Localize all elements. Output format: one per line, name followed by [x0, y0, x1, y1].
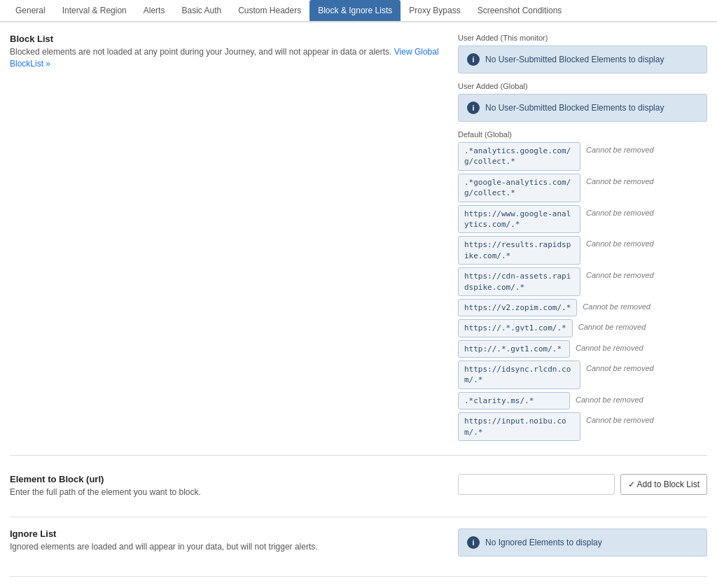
block-item-row: https://.*.gvt1.com/.*Cannot be removed [458, 319, 707, 337]
nav-tabs: GeneralInterval & RegionAlertsBasic Auth… [0, 0, 717, 22]
ignore-list-section: Ignore List Ignored elements are loaded … [10, 528, 707, 565]
block-item-row: https://cdn-assets.rapidspike.com/.*Cann… [458, 267, 707, 296]
block-item-tag: https://results.rapidspike.com/.* [458, 236, 580, 265]
user-added-this-monitor-empty: i No User-Submitted Blocked Elements to … [458, 46, 707, 74]
nav-tab-proxy-bypass[interactable]: Proxy Bypass [401, 0, 468, 21]
cannot-remove-label: Cannot be removed [586, 267, 654, 280]
element-to-block-section: Element to Block (url) Enter the full pa… [10, 467, 707, 505]
user-added-this-monitor-label: User Added (This monitor) [458, 34, 707, 42]
info-icon-3: i [467, 536, 480, 549]
block-item-row: https://www.google-analytics.com/.*Canno… [458, 205, 707, 234]
nav-tab-basic-auth[interactable]: Basic Auth [173, 0, 230, 21]
ignore-list-empty: i No Ignored Elements to display [458, 528, 707, 556]
block-item-row: .*analytics.google.com/g/collect.*Cannot… [458, 142, 707, 171]
ignore-input-divider [10, 576, 707, 577]
cannot-remove-label: Cannot be removed [583, 299, 650, 312]
user-added-global-label: User Added (Global) [458, 82, 707, 90]
block-list-desc: Blocked elements are not loaded at any p… [10, 46, 444, 70]
ignore-divider [10, 517, 707, 517]
nav-tab-alerts[interactable]: Alerts [135, 0, 174, 21]
ignore-list-right: i No Ignored Elements to display [458, 528, 707, 565]
block-list-left: Block List Blocked elements are not load… [10, 34, 444, 444]
cannot-remove-label: Cannot be removed [586, 174, 654, 186]
cannot-remove-label: Cannot be removed [586, 360, 654, 373]
block-item-tag: .*clarity.ms/.* [458, 392, 570, 410]
user-added-global-empty: i No User-Submitted Blocked Elements to … [458, 94, 707, 122]
block-list-title: Block List [10, 34, 444, 44]
nav-tab-general[interactable]: General [7, 0, 54, 21]
element-to-block-input[interactable] [458, 474, 615, 495]
default-global-label: Default (Global) [458, 130, 707, 139]
block-item-row: https://v2.zopim.com/.*Cannot be removed [458, 299, 707, 316]
block-item-row: https://input.noibu.com/.*Cannot be remo… [458, 412, 707, 441]
add-to-block-list-button[interactable]: ✓ Add to Block List [620, 474, 707, 495]
block-item-row: https://idsync.rlcdn.com/.*Cannot be rem… [458, 360, 707, 389]
cannot-remove-label: Cannot be removed [586, 205, 654, 218]
element-to-block-desc: Enter the full path of the element you w… [10, 486, 444, 498]
element-to-block-title: Element to Block (url) [10, 474, 444, 484]
cannot-remove-label: Cannot be removed [586, 142, 654, 155]
block-item-tag: https://idsync.rlcdn.com/.* [458, 360, 580, 389]
ignore-list-desc: Ignored elements are loaded and will app… [10, 541, 444, 553]
block-divider [10, 455, 707, 456]
cannot-remove-label: Cannot be removed [586, 236, 654, 248]
cannot-remove-label: Cannot be removed [586, 412, 654, 425]
block-item-tag: .*analytics.google.com/g/collect.* [458, 142, 580, 171]
block-list-right: User Added (This monitor) i No User-Subm… [458, 34, 707, 444]
block-item-tag: https://input.noibu.com/.* [458, 412, 580, 441]
block-item-row: .*clarity.ms/.*Cannot be removed [458, 392, 707, 410]
nav-tab-interval-region[interactable]: Interval & Region [54, 0, 135, 21]
cannot-remove-label: Cannot be removed [576, 340, 643, 353]
nav-tab-screenshot-conditions[interactable]: Screenshot Conditions [469, 0, 571, 21]
info-icon-1: i [467, 53, 480, 66]
block-item-row: .*google-analytics.com/g/collect.*Cannot… [458, 174, 707, 202]
block-item-tag: https://cdn-assets.rapidspike.com/.* [458, 267, 580, 296]
block-item-row: https://results.rapidspike.com/.*Cannot … [458, 236, 707, 265]
block-item-tag: .*google-analytics.com/g/collect.* [458, 174, 580, 202]
nav-tab-block-ignore-lists[interactable]: Block & Ignore Lists [309, 0, 401, 21]
cannot-remove-label: Cannot be removed [578, 319, 646, 332]
ignore-list-title: Ignore List [10, 528, 444, 539]
ignore-list-left: Ignore List Ignored elements are loaded … [10, 528, 444, 565]
block-item-tag: http://.*.gvt1.com/.* [458, 340, 570, 358]
default-block-items: .*analytics.google.com/g/collect.*Cannot… [458, 142, 707, 441]
block-item-tag: https://.*.gvt1.com/.* [458, 319, 573, 337]
cannot-remove-label: Cannot be removed [576, 392, 643, 405]
block-item-tag: https://v2.zopim.com/.* [458, 299, 577, 316]
block-item-row: http://.*.gvt1.com/.*Cannot be removed [458, 340, 707, 358]
info-icon-2: i [467, 102, 480, 114]
nav-tab-custom-headers[interactable]: Custom Headers [230, 0, 309, 21]
element-to-block-left: Element to Block (url) Enter the full pa… [10, 474, 444, 498]
block-item-tag: https://www.google-analytics.com/.* [458, 205, 580, 234]
element-to-block-right: ✓ Add to Block List [458, 474, 707, 495]
block-list-section: Block List Blocked elements are not load… [10, 34, 707, 444]
